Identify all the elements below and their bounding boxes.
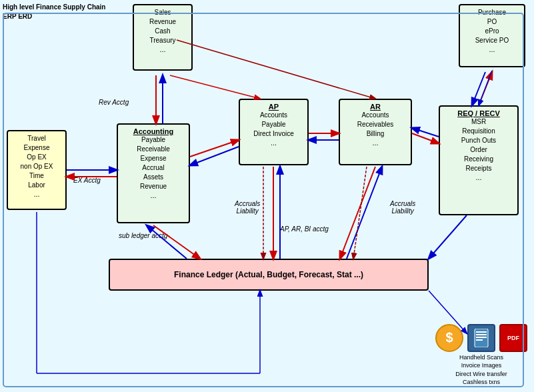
bottom-labels: Handheld Scans Invoice Images Direct Wir… [435,353,527,387]
svg-line-11 [190,147,239,165]
svg-line-16 [479,72,492,105]
svg-rect-1 [476,331,487,333]
ex-acctg-label: EX Acctg [73,177,101,184]
svg-line-31 [479,71,492,105]
svg-rect-3 [476,337,487,338]
req-recv-box: REQ / RECV MSR Requisition Punch Outs Or… [439,105,519,215]
accruals-liability-left-label: AccrualsLiability [235,200,260,215]
invoice-icon [467,324,495,352]
svg-line-15 [412,128,439,137]
purchase-box: Purchase PO ePro Service PO ... [459,4,525,67]
svg-rect-2 [476,334,487,335]
travel-box: Travel Expense Op EX non Op EX Time Labo… [7,130,67,210]
page-title: High level Finance Supply Chain ERP ERD [3,3,105,21]
accruals-liability-right-label: AccrualsLiability [390,200,415,215]
svg-line-24 [170,75,260,99]
ap-box: AP Accounts Payable Direct Invoice ... [239,99,309,165]
sales-box: Sales Revenue Cash Treasury ... [133,4,193,71]
finance-ledger-label: Finance Ledger (Actual, Budget, Forecast… [174,270,363,279]
svg-line-17 [472,72,485,105]
svg-line-26 [429,215,467,259]
svg-line-14 [412,133,439,143]
svg-line-25 [177,40,375,99]
bottom-icons: $ PDF [435,324,527,352]
svg-line-19 [147,225,187,259]
svg-line-23 [347,167,382,259]
rev-acctg-label: Rev Acctg [99,99,129,106]
svg-line-10 [190,140,239,157]
finance-ledger-box: Finance Ledger (Actual, Budget, Forecast… [109,259,429,291]
sub-ledger-label: sub ledger acctg [119,232,167,239]
handheld-icon: $ [435,324,463,352]
accounting-box: Accounting Payable Receivable Expense Ac… [117,123,190,223]
bottom-section: $ PDF Handheld Scans Invoice Images Dire… [435,324,527,387]
pdf-icon: PDF [499,324,527,352]
svg-line-22 [340,167,375,259]
ap-ar-bi-label: AP, AR, BI acctg [280,225,329,233]
svg-line-18 [153,225,200,259]
svg-rect-4 [476,339,483,341]
svg-line-33 [353,167,367,259]
ar-box: AR Accounts Receivables Billing ... [339,99,412,165]
